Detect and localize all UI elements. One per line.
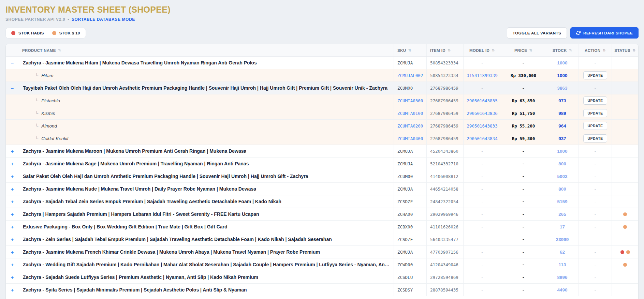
- column-header-status[interactable]: STATUS⇅: [612, 44, 638, 56]
- price-empty: -: [523, 274, 524, 280]
- price-cell: -: [501, 57, 546, 69]
- column-header-action[interactable]: ACTION⇅: [579, 44, 612, 56]
- expand-icon[interactable]: +: [11, 250, 14, 255]
- sku-value[interactable]: ZCUMTA0200: [397, 123, 423, 129]
- sku-value: ZCMUJA: [397, 60, 413, 65]
- expand-icon[interactable]: +: [11, 262, 14, 267]
- stock-value: 964: [558, 123, 566, 129]
- toggle-all-variants-button[interactable]: TOGGLE ALL VARIANTS: [507, 27, 567, 39]
- model-id-value[interactable]: 290501643834: [467, 136, 497, 141]
- sku-value[interactable]: ZCUMTA0400: [397, 136, 423, 141]
- stock-value: 800: [558, 186, 566, 192]
- sku-value[interactable]: ZCMUJAL002: [397, 73, 423, 78]
- expander-cell: +: [6, 158, 19, 170]
- subtitle-separator: •: [68, 17, 69, 22]
- expand-icon[interactable]: +: [11, 287, 14, 293]
- expand-icon[interactable]: +: [11, 199, 14, 204]
- expand-icon[interactable]: +: [11, 212, 14, 217]
- price-empty: -: [523, 211, 524, 217]
- model-id-empty: -: [481, 86, 483, 91]
- variant-name: Hitam: [41, 73, 53, 78]
- refresh-from-shopee-button[interactable]: REFRESH DARI SHOPEE: [570, 27, 639, 39]
- stock-cell: 937: [546, 132, 579, 145]
- update-button[interactable]: UPDATE: [583, 71, 608, 79]
- column-header-label: STOCK: [553, 48, 567, 53]
- expand-icon[interactable]: +: [11, 186, 14, 192]
- product-name: Zachyra - Jasmine Mukena Maroon | Mukena…: [23, 148, 246, 154]
- sku-value: ZCBX00: [397, 224, 413, 229]
- expand-icon[interactable]: +: [11, 224, 14, 229]
- item-id-value: 41204349046: [430, 262, 458, 267]
- model-id-empty: -: [481, 224, 483, 229]
- expand-icon[interactable]: +: [11, 275, 14, 280]
- item-id-value: 27687986459: [430, 98, 458, 103]
- column-header-product-name[interactable]: PRODUCT NAME⇅: [19, 44, 394, 56]
- price-empty: -: [523, 287, 524, 293]
- model-id-cell: -: [463, 284, 501, 296]
- action-empty: -: [595, 224, 596, 229]
- action-cell: -: [579, 183, 612, 195]
- update-button[interactable]: UPDATE: [583, 122, 608, 130]
- stock-cell: 3863: [546, 82, 579, 94]
- model-id-cell: 290501643835: [463, 94, 501, 107]
- action-cell: UPDATE: [579, 69, 612, 81]
- item-id-value: 27687986459: [430, 111, 458, 116]
- stock-cell: 5159: [546, 195, 579, 208]
- model-id-cell: 290501643836: [463, 107, 501, 119]
- column-header-price[interactable]: PRICE⇅: [501, 44, 546, 56]
- action-cell: UPDATE: [579, 94, 612, 107]
- column-header-model-id[interactable]: MODEL ID⇅: [463, 44, 501, 56]
- action-cell: -: [579, 195, 612, 208]
- action-cell: -: [579, 158, 612, 170]
- expand-icon[interactable]: +: [11, 174, 14, 179]
- status-dot-low: [623, 212, 627, 216]
- collapse-icon[interactable]: −: [11, 86, 14, 91]
- branch-icon: └: [35, 98, 38, 103]
- inventory-table: PRODUCT NAME⇅SKU⇅ITEM ID⇅MODEL ID⇅PRICE⇅…: [5, 44, 639, 299]
- expander-cell: +: [6, 246, 19, 258]
- product-row: −Zachyra - Jasmine Mukena Hitam | Mukena…: [6, 57, 638, 69]
- update-button[interactable]: UPDATE: [583, 134, 608, 143]
- expand-icon[interactable]: +: [11, 237, 14, 242]
- stock-cell: 62: [546, 246, 579, 258]
- action-empty: -: [595, 86, 596, 91]
- update-button[interactable]: UPDATE: [583, 96, 608, 105]
- status-cell: [612, 183, 638, 195]
- sort-icon: ⇅: [448, 48, 451, 53]
- price-empty: -: [523, 60, 524, 66]
- column-header-sku[interactable]: SKU⇅: [394, 44, 426, 56]
- refresh-icon: [576, 31, 581, 35]
- action-empty: -: [595, 212, 596, 217]
- item-id-cell: 27687986459: [426, 132, 463, 145]
- model-id-empty: -: [481, 287, 483, 293]
- product-name-cell: Safar Paket Oleh Oleh Haji dan Umroh Ars…: [19, 170, 394, 182]
- status-cell: [612, 170, 638, 182]
- column-header-item-id[interactable]: ITEM ID⇅: [426, 44, 463, 56]
- api-version-label: SHOPEE PARTNER API V2.0: [5, 17, 65, 22]
- expand-icon[interactable]: +: [11, 161, 14, 166]
- model-id-value[interactable]: 290501643833: [467, 123, 497, 129]
- sku-value[interactable]: ZCUMTA0100: [397, 111, 423, 116]
- model-id-cell: -: [463, 258, 501, 271]
- model-id-value[interactable]: 315411899339: [467, 73, 497, 78]
- price-cell: Rp 63,850: [501, 94, 546, 107]
- sku-value[interactable]: ZCUMTA0300: [397, 98, 423, 103]
- model-id-value[interactable]: 290501643835: [467, 98, 497, 103]
- expander-cell: +: [6, 221, 19, 233]
- action-cell: UPDATE: [579, 120, 612, 132]
- sortable-database-mode-link[interactable]: SORTABLE DATABASE MODE: [72, 17, 135, 22]
- price-empty: -: [523, 148, 524, 154]
- stock-cell: 1000: [546, 69, 579, 81]
- sku-value: ZCMUJA: [397, 250, 413, 255]
- column-header-stock[interactable]: STOCK⇅: [546, 44, 579, 56]
- collapse-icon[interactable]: −: [11, 60, 14, 65]
- expander-cell: +: [6, 145, 19, 157]
- expand-icon[interactable]: +: [11, 149, 14, 154]
- sku-cell: ZCUMTA0400: [394, 132, 426, 145]
- product-name: Zachyra - Sajadah Tebal Zein Series Empu…: [23, 199, 281, 204]
- model-id-cell: -: [463, 183, 501, 195]
- stock-value: 989: [558, 111, 566, 116]
- model-id-value[interactable]: 290501643836: [467, 111, 497, 116]
- expander-cell: +: [6, 208, 19, 220]
- update-button[interactable]: UPDATE: [583, 109, 608, 117]
